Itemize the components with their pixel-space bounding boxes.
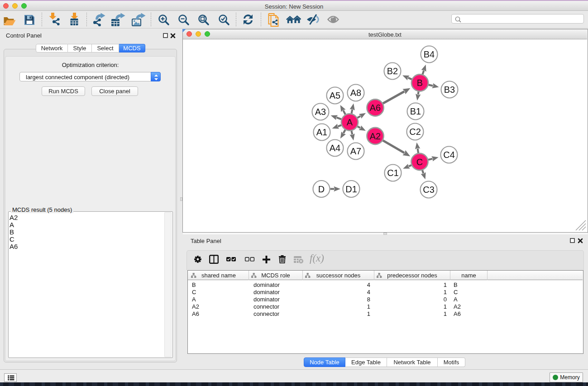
svg-text:A3: A3 xyxy=(315,107,326,117)
svg-text:B3: B3 xyxy=(444,85,455,95)
svg-text:C2: C2 xyxy=(409,127,421,137)
svg-text:A7: A7 xyxy=(350,146,361,156)
svg-text:A6: A6 xyxy=(370,103,381,113)
svg-text:B: B xyxy=(417,78,423,88)
svg-text:A8: A8 xyxy=(350,88,361,98)
svg-text:B1: B1 xyxy=(410,106,421,116)
svg-text:A5: A5 xyxy=(330,91,340,100)
svg-text:B4: B4 xyxy=(424,49,435,59)
svg-text:C4: C4 xyxy=(443,150,455,160)
svg-text:C3: C3 xyxy=(423,185,435,195)
svg-text:C: C xyxy=(416,157,423,167)
svg-text:A2: A2 xyxy=(370,131,381,141)
svg-text:C1: C1 xyxy=(387,168,399,178)
svg-text:D1: D1 xyxy=(345,184,357,194)
svg-text:A4: A4 xyxy=(330,143,340,153)
svg-text:A1: A1 xyxy=(316,127,327,137)
svg-text:B2: B2 xyxy=(387,66,398,76)
svg-text:D: D xyxy=(318,184,325,194)
svg-text:A: A xyxy=(347,117,353,127)
